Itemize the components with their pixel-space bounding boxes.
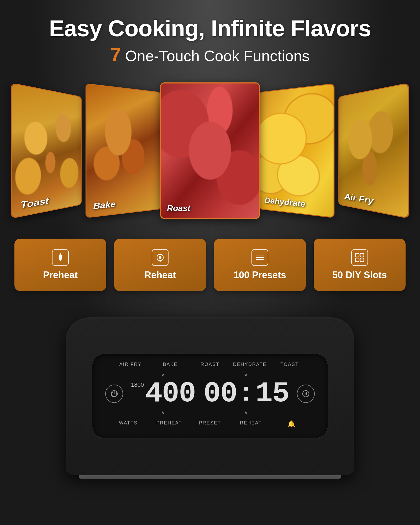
watts-superscript: 1800 — [131, 381, 144, 388]
airfry-image: Air Fry — [339, 84, 408, 218]
svg-rect-13 — [305, 392, 306, 395]
display-row: ∧ 1800 400 ∨ ∧ 00 : 15 — [105, 370, 315, 418]
time-display: 00 : 15 — [203, 379, 289, 408]
top-labels: AIR FRY BAKE ROAST DEHYDRATE TOAST — [105, 362, 315, 367]
toast-label: Toast — [20, 196, 49, 211]
time-up-arrow[interactable]: ∧ — [244, 372, 248, 377]
temp-up-arrow[interactable]: ∧ — [161, 372, 165, 377]
feature-preheat[interactable]: Preheat — [14, 239, 106, 291]
airfry-label: Air Fry — [344, 192, 374, 206]
subtitle-number: 7 — [111, 44, 121, 65]
diy-icon — [351, 249, 368, 266]
bake-image: Bake — [86, 84, 161, 217]
roast-label: Roast — [167, 203, 190, 213]
device-body: AIR FRY BAKE ROAST DEHYDRATE TOAST — [66, 317, 354, 475]
temp-down-arrow[interactable]: ∨ — [161, 410, 165, 415]
time-down-arrow[interactable]: ∨ — [244, 410, 248, 415]
diy-label: 50 DIY Slots — [332, 270, 387, 281]
features-row: Preheat Reheat — [10, 239, 410, 291]
feature-reheat[interactable]: Reheat — [114, 239, 206, 291]
label-toast[interactable]: TOAST — [270, 362, 309, 367]
reheat-icon — [152, 249, 169, 266]
food-card-roast: Roast — [160, 82, 260, 219]
presets-label: 100 Presets — [234, 270, 286, 281]
svg-rect-8 — [355, 258, 359, 262]
svg-rect-6 — [355, 253, 359, 257]
temperature-display: 1800 400 — [131, 379, 196, 408]
presets-icon — [251, 249, 268, 266]
feature-diy[interactable]: 50 DIY Slots — [314, 239, 406, 291]
dehydrate-label: Dehydrate — [265, 196, 305, 209]
svg-rect-3 — [256, 255, 264, 255]
control-panel: AIR FRY BAKE ROAST DEHYDRATE TOAST — [92, 354, 328, 438]
power-button[interactable] — [105, 385, 123, 403]
page-wrapper: Easy Cooking, Infinite Flavors 7 One-Tou… — [0, 0, 420, 525]
food-card-toast: Toast — [11, 83, 82, 219]
dehydrate-image: Dehydrate — [259, 84, 334, 217]
subtitle: 7 One-Touch Cook Functions — [49, 44, 371, 65]
label-preheat[interactable]: PREHEAT — [149, 420, 190, 428]
food-card-dehydrate: Dehydrate — [259, 83, 334, 218]
label-preset[interactable]: PRESET — [190, 420, 230, 428]
roast-image: Roast — [161, 83, 259, 218]
label-watts[interactable]: WATTS — [108, 420, 149, 428]
label-reheat[interactable]: REHEAT — [230, 420, 271, 428]
header-section: Easy Cooking, Infinite Flavors 7 One-Tou… — [49, 16, 371, 65]
play-pause-button[interactable] — [297, 385, 315, 403]
svg-rect-14 — [306, 392, 307, 395]
toast-image: Toast — [12, 84, 81, 218]
device-section: AIR FRY BAKE ROAST DEHYDRATE TOAST — [10, 317, 410, 479]
preheat-label: Preheat — [43, 270, 78, 281]
time-minutes: 15 — [255, 379, 289, 408]
svg-rect-4 — [256, 257, 264, 258]
svg-rect-9 — [360, 258, 364, 262]
time-colon: : — [237, 381, 255, 407]
main-title: Easy Cooking, Infinite Flavors — [49, 16, 371, 41]
temperature-value: 400 — [145, 379, 196, 408]
label-bake[interactable]: BAKE — [150, 362, 190, 367]
feature-presets[interactable]: 100 Presets — [214, 239, 306, 291]
bell-icon[interactable]: 🔔 — [271, 420, 312, 428]
food-cards-container: Toast Bake Roast Dehydrate Air Fry — [10, 81, 410, 220]
label-roast[interactable]: ROAST — [190, 362, 230, 367]
label-dehydrate[interactable]: DEHYDRATE — [230, 362, 270, 367]
svg-rect-7 — [360, 253, 364, 257]
preheat-icon — [52, 249, 69, 266]
bottom-labels: WATTS PREHEAT PRESET REHEAT 🔔 — [105, 418, 315, 428]
bake-label: Bake — [93, 199, 116, 211]
food-card-bake: Bake — [86, 83, 161, 218]
reheat-label: Reheat — [144, 270, 176, 281]
food-card-airfry: Air Fry — [338, 83, 409, 219]
subtitle-text: One-Touch Cook Functions — [125, 47, 310, 64]
time-hours: 00 — [203, 379, 237, 408]
label-airfry[interactable]: AIR FRY — [111, 362, 150, 367]
svg-rect-5 — [256, 259, 264, 260]
